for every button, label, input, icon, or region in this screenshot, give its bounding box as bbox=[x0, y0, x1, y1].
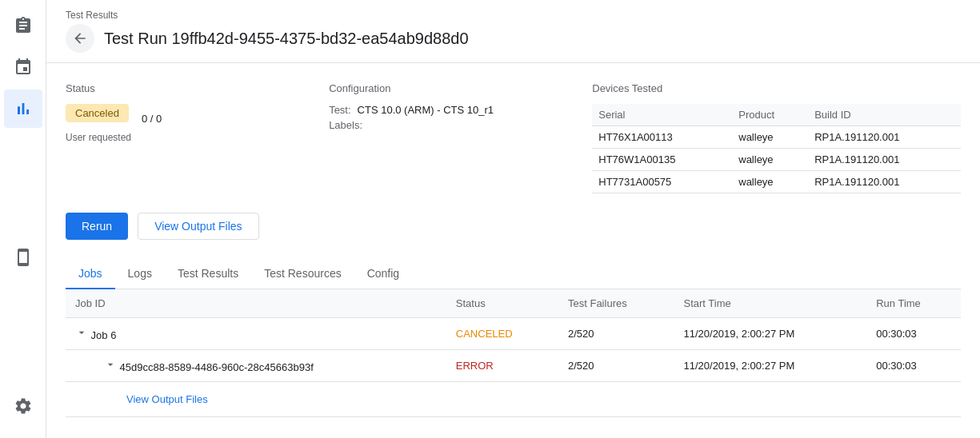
device-build: RP1A.191120.001 bbox=[808, 149, 961, 171]
title-row: Test Run 19ffb42d-9455-4375-bd32-ea54ab9… bbox=[66, 24, 961, 53]
jobs-col-failures: Test Failures bbox=[558, 289, 674, 318]
main-content: Test Results Test Run 19ffb42d-9455-4375… bbox=[46, 0, 980, 438]
devices-col-build: Build ID bbox=[808, 104, 961, 126]
breadcrumb: Test Results bbox=[66, 10, 961, 21]
devices-col-serial: Serial bbox=[592, 104, 732, 126]
job-id-cell: Job 6 bbox=[66, 318, 446, 350]
actions-row: Rerun View Output Files bbox=[66, 213, 961, 240]
info-row: Status Canceled 0 / 0 User requested Con… bbox=[66, 82, 961, 193]
tab-config[interactable]: Config bbox=[354, 259, 412, 289]
expand-child-button[interactable] bbox=[104, 358, 117, 371]
device-product: walleye bbox=[732, 149, 808, 171]
content-area: Status Canceled 0 / 0 User requested Con… bbox=[46, 63, 980, 438]
view-output-row: View Output Files bbox=[66, 382, 961, 417]
job-child-row: 45d9cc88-8589-4486-960c-28c45663b93f ERR… bbox=[66, 350, 961, 382]
job-failures-cell: 2/520 bbox=[558, 318, 674, 350]
status-section: Status Canceled 0 / 0 User requested bbox=[66, 82, 329, 193]
config-labels-row: Labels: bbox=[329, 119, 592, 131]
tab-jobs[interactable]: Jobs bbox=[66, 259, 115, 289]
child-run-cell: 00:30:03 bbox=[866, 350, 961, 382]
device-serial: HT7731A00575 bbox=[592, 171, 732, 193]
config-test-label: Test: bbox=[329, 104, 350, 116]
devices-section-title: Devices Tested bbox=[592, 82, 961, 94]
sidebar bbox=[0, 0, 46, 438]
jobs-table: Job ID Status Test Failures Start Time R… bbox=[66, 289, 961, 417]
device-product: walleye bbox=[732, 171, 808, 193]
device-row: HT7731A00575 walleye RP1A.191120.001 bbox=[592, 171, 961, 193]
tab-test-results[interactable]: Test Results bbox=[165, 259, 251, 289]
device-product: walleye bbox=[732, 126, 808, 149]
status-badge: Canceled bbox=[66, 104, 129, 122]
user-requested-label: User requested bbox=[66, 132, 329, 143]
device-build: RP1A.191120.001 bbox=[808, 171, 961, 193]
config-test-row: Test: CTS 10.0 (ARM) - CTS 10_r1 bbox=[329, 104, 592, 116]
sidebar-item-phone[interactable] bbox=[4, 238, 42, 277]
jobs-col-run: Run Time bbox=[866, 289, 961, 318]
tab-logs[interactable]: Logs bbox=[115, 259, 165, 289]
jobs-col-id: Job ID bbox=[66, 289, 446, 318]
expand-button[interactable] bbox=[75, 326, 88, 339]
device-build: RP1A.191120.001 bbox=[808, 126, 961, 149]
page-title: Test Run 19ffb42d-9455-4375-bd32-ea54ab9… bbox=[104, 30, 469, 48]
sidebar-item-clipboard[interactable] bbox=[4, 6, 42, 45]
job-run-cell: 00:30:03 bbox=[866, 318, 961, 350]
jobs-col-status: Status bbox=[446, 289, 558, 318]
jobs-col-start: Start Time bbox=[674, 289, 866, 318]
device-row: HT76W1A00135 walleye RP1A.191120.001 bbox=[592, 149, 961, 171]
device-row: HT76X1A00113 walleye RP1A.191120.001 bbox=[592, 126, 961, 149]
status-section-title: Status bbox=[66, 82, 329, 94]
config-section-title: Configuration bbox=[329, 82, 592, 94]
view-output-button[interactable]: View Output Files bbox=[138, 213, 258, 240]
devices-section: Devices Tested Serial Product Build ID H… bbox=[592, 82, 961, 193]
device-serial: HT76X1A00113 bbox=[592, 126, 732, 149]
sidebar-item-settings[interactable] bbox=[4, 387, 42, 425]
progress-text: 0 / 0 bbox=[142, 113, 162, 125]
job-status-cell: CANCELED bbox=[446, 318, 558, 350]
child-status-cell: ERROR bbox=[446, 350, 558, 382]
devices-table: Serial Product Build ID HT76X1A00113 wal… bbox=[592, 104, 961, 193]
sidebar-item-calendar[interactable] bbox=[4, 48, 42, 86]
devices-col-product: Product bbox=[732, 104, 808, 126]
child-failures-cell: 2/520 bbox=[558, 350, 674, 382]
header: Test Results Test Run 19ffb42d-9455-4375… bbox=[46, 0, 980, 63]
config-labels-label: Labels: bbox=[329, 119, 362, 131]
tab-test-resources[interactable]: Test Resources bbox=[251, 259, 354, 289]
job-row: Job 6 CANCELED 2/520 11/20/2019, 2:00:27… bbox=[66, 318, 961, 350]
tabs-bar: JobsLogsTest ResultsTest ResourcesConfig bbox=[66, 259, 961, 289]
sub-view-output-link[interactable]: View Output Files bbox=[117, 390, 218, 408]
config-test-value: CTS 10.0 (ARM) - CTS 10_r1 bbox=[358, 104, 494, 116]
sidebar-item-analytics[interactable] bbox=[4, 90, 42, 128]
back-button[interactable] bbox=[66, 24, 94, 53]
child-start-cell: 11/20/2019, 2:00:27 PM bbox=[674, 350, 866, 382]
job-start-cell: 11/20/2019, 2:00:27 PM bbox=[674, 318, 866, 350]
child-job-id-cell: 45d9cc88-8589-4486-960c-28c45663b93f bbox=[66, 350, 446, 382]
rerun-button[interactable]: Rerun bbox=[66, 213, 128, 240]
config-section: Configuration Test: CTS 10.0 (ARM) - CTS… bbox=[329, 82, 592, 193]
device-serial: HT76W1A00135 bbox=[592, 149, 732, 171]
